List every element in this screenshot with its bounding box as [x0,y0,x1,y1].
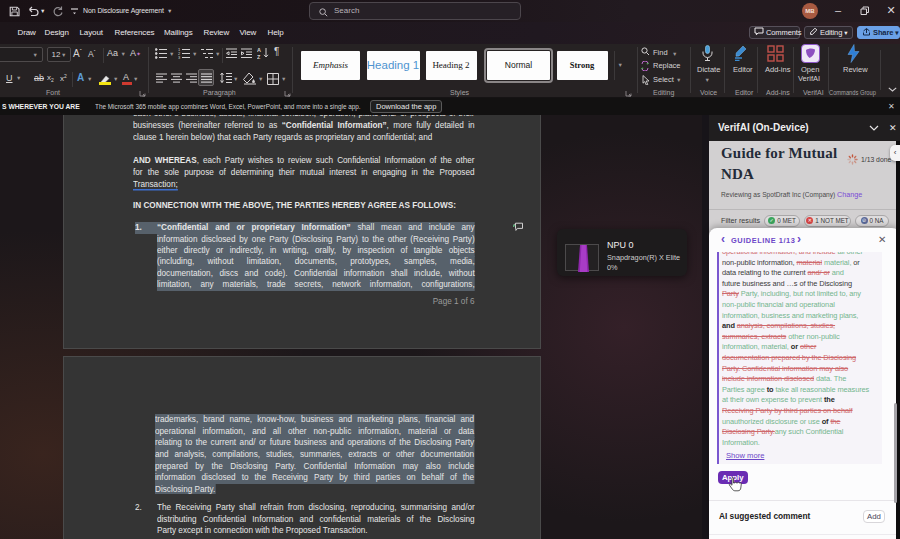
svg-text:A: A [257,47,261,53]
svg-text:Z: Z [257,54,261,59]
svg-text:3: 3 [178,55,181,59]
